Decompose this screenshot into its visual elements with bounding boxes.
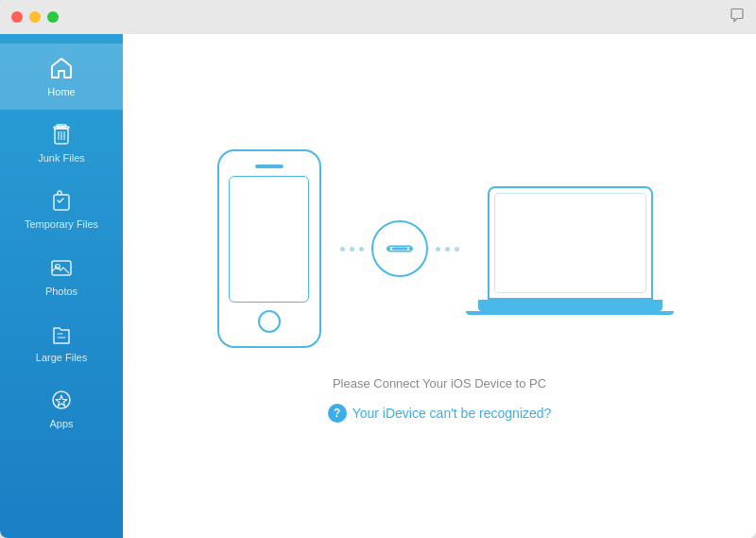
sidebar-item-photos[interactable]: Photos <box>0 243 123 309</box>
content-area: Please Connect Your iOS Device to PC ? Y… <box>123 34 756 538</box>
sidebar-item-junk-files[interactable]: Junk Files <box>0 110 123 176</box>
svg-rect-13 <box>408 248 412 251</box>
dot-6 <box>455 247 459 252</box>
svg-rect-11 <box>391 248 407 251</box>
dot-3 <box>359 247 364 252</box>
usb-circle <box>371 220 428 277</box>
svg-rect-12 <box>387 248 390 251</box>
main-area: Home Junk Files <box>0 34 756 538</box>
sidebar-label-apps: Apps <box>49 418 73 430</box>
dots-left <box>340 247 364 252</box>
dot-4 <box>436 247 440 252</box>
iphone-home-button <box>258 310 281 333</box>
recognition-text: Your iDevice can't be recognized? <box>352 406 552 421</box>
sidebar-label-home: Home <box>47 86 75 98</box>
svg-rect-6 <box>54 195 69 210</box>
sidebar: Home Junk Files <box>0 34 123 538</box>
dots-right <box>436 247 459 252</box>
maximize-button[interactable] <box>47 11 59 23</box>
sidebar-item-apps[interactable]: Apps <box>0 375 123 442</box>
iphone-illustration <box>217 149 321 348</box>
traffic-lights <box>11 11 59 23</box>
device-scene <box>217 149 662 348</box>
recognition-link[interactable]: ? Your iDevice can't be recognized? <box>328 404 552 423</box>
help-icon: ? <box>328 404 347 423</box>
close-button[interactable] <box>11 11 23 23</box>
iphone-screen <box>229 176 309 303</box>
sidebar-label-large-files: Large Files <box>36 352 87 364</box>
sidebar-label-photos: Photos <box>45 286 77 298</box>
dot-2 <box>350 247 354 252</box>
sidebar-item-home[interactable]: Home <box>0 43 123 110</box>
laptop-illustration <box>478 186 662 311</box>
laptop-base <box>478 300 662 311</box>
sidebar-label-junk-files: Junk Files <box>38 152 85 165</box>
laptop-screen-inner <box>494 193 646 293</box>
connect-message: Please Connect Your iOS Device to PC <box>333 376 546 390</box>
app-window: Home Junk Files <box>0 0 756 538</box>
sidebar-item-large-files[interactable]: Large Files <box>0 309 123 375</box>
title-bar <box>0 0 756 34</box>
dot-5 <box>445 247 450 252</box>
sidebar-label-temporary-files: Temporary Files <box>25 218 98 231</box>
minimize-button[interactable] <box>29 11 41 23</box>
laptop-screen <box>488 186 653 300</box>
dot-1 <box>340 247 345 252</box>
feedback-icon[interactable] <box>730 9 745 26</box>
connector-area <box>340 220 459 277</box>
sidebar-item-temporary-files[interactable]: Temporary Files <box>0 176 123 242</box>
iphone-speaker <box>255 165 284 168</box>
